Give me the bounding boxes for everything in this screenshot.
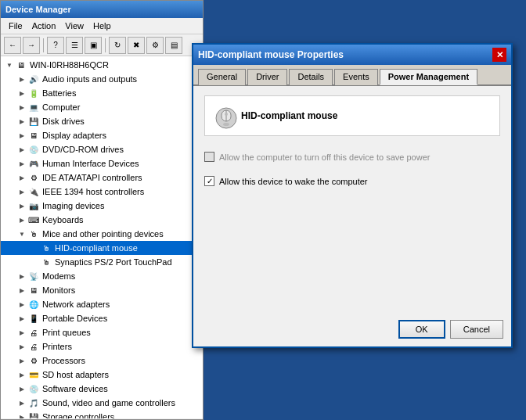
tree-item-mice[interactable]: ▼ 🖱 Mice and other pointing devices	[1, 227, 203, 241]
monitors-arrow: ▶	[16, 287, 27, 294]
tree-item-monitors[interactable]: ▶ 🖥 Monitors	[1, 283, 203, 297]
svg-point-4	[223, 123, 229, 126]
toolbar-btn-7[interactable]: ✖	[128, 37, 145, 54]
computer-label: Computer	[42, 102, 80, 112]
portable-icon: 📱	[27, 312, 40, 325]
tab-driver[interactable]: Driver	[247, 69, 287, 85]
root-icon: 🖥	[15, 59, 27, 71]
hid-arrow: ▶	[16, 160, 27, 167]
tree-root[interactable]: ▼ 🖥 WIN-I0RH88H6QCR	[1, 58, 203, 72]
toolbar-btn-3[interactable]: ?	[47, 37, 64, 54]
tree-item-sd[interactable]: ▶ 💳 SD host adapters	[1, 368, 203, 382]
turnoff-checkbox[interactable]	[204, 152, 214, 162]
sd-icon: 💳	[27, 368, 40, 381]
tree-item-batteries[interactable]: ▶ 🔋 Batteries	[1, 86, 203, 100]
dialog-close-button[interactable]: ✕	[492, 48, 506, 62]
tab-events[interactable]: Events	[334, 69, 378, 85]
sound-icon: 🎵	[27, 397, 40, 409]
tree-item-hid-mouse[interactable]: 🖱 HID-compliant mouse	[1, 241, 203, 255]
menu-file[interactable]: File	[4, 20, 27, 32]
imaging-arrow: ▶	[16, 203, 27, 210]
tree-item-computer[interactable]: ▶ 💻 Computer	[1, 100, 203, 114]
software-label: Software devices	[42, 384, 108, 393]
tree-item-modems[interactable]: ▶ 📡 Modems	[1, 269, 203, 283]
portable-arrow: ▶	[16, 315, 27, 322]
modems-icon: 📡	[27, 270, 40, 282]
tree-item-storage[interactable]: ▶ 💾 Storage controllers	[1, 410, 203, 418]
properties-dialog: HID-compliant mouse Properties ✕ General…	[192, 43, 513, 348]
tree-item-ieee[interactable]: ▶ 🔌 IEEE 1394 host controllers	[1, 185, 203, 199]
ok-button[interactable]: OK	[398, 320, 445, 339]
dialog-buttons: OK Cancel	[398, 320, 503, 339]
audio-arrow: ▶	[16, 76, 27, 83]
modems-arrow: ▶	[16, 273, 27, 280]
ide-label: IDE ATA/ATAPI controllers	[42, 173, 142, 182]
tree-item-imaging[interactable]: ▶ 📷 Imaging devices	[1, 199, 203, 213]
tree-item-sound[interactable]: ▶ 🎵 Sound, video and game controllers	[1, 396, 203, 410]
dvd-icon: 💿	[27, 143, 40, 156]
device-tree: ▼ 🖥 WIN-I0RH88H6QCR ▶ 🔊 Audio inputs and…	[1, 56, 203, 418]
toolbar-btn-9[interactable]: ▤	[165, 37, 182, 54]
toolbar-btn-8[interactable]: ⚙	[146, 37, 164, 54]
storage-label: Storage controllers	[42, 412, 114, 418]
synaptics-icon: 🖱	[40, 256, 52, 268]
imaging-label: Imaging devices	[42, 201, 105, 210]
network-arrow: ▶	[16, 301, 27, 308]
storage-icon: 💾	[27, 411, 40, 418]
processors-label: Processors	[42, 356, 85, 365]
display-label: Display adapters	[42, 131, 106, 140]
print-queues-icon: 🖨	[27, 326, 40, 339]
toolbar-btn-4[interactable]: ☰	[66, 37, 83, 54]
tree-item-processors[interactable]: ▶ ⚙ Processors	[1, 354, 203, 368]
dialog-content: HID-compliant mouse Allow the computer t…	[193, 86, 511, 313]
tree-item-audio[interactable]: ▶ 🔊 Audio inputs and outputs	[1, 72, 203, 86]
tree-item-keyboards[interactable]: ▶ ⌨ Keyboards	[1, 213, 203, 227]
tree-item-synaptics[interactable]: 🖱 Synaptics PS/2 Port TouchPad	[1, 255, 203, 269]
menu-action[interactable]: Action	[27, 20, 61, 32]
tree-item-ide[interactable]: ▶ ⚙ IDE ATA/ATAPI controllers	[1, 171, 203, 185]
wake-checkbox[interactable]	[204, 176, 214, 186]
tree-item-dvd[interactable]: ▶ 💿 DVD/CD-ROM drives	[1, 142, 203, 156]
tree-item-portable[interactable]: ▶ 📱 Portable Devices	[1, 311, 203, 325]
printers-arrow: ▶	[16, 343, 27, 350]
toolbar-btn-6[interactable]: ↻	[109, 37, 126, 54]
sound-label: Sound, video and game controllers	[42, 398, 175, 407]
processors-arrow: ▶	[16, 357, 27, 364]
wake-label: Allow this device to wake the computer	[219, 177, 368, 186]
storage-arrow: ▶	[16, 414, 27, 419]
hid-label: Human Interface Devices	[42, 159, 139, 168]
menu-view[interactable]: View	[60, 20, 88, 32]
tree-item-network[interactable]: ▶ 🌐 Network adapters	[1, 297, 203, 311]
audio-icon: 🔊	[27, 73, 40, 85]
menu-bar: File Action View Help	[1, 18, 203, 34]
sd-arrow: ▶	[16, 372, 27, 379]
mice-label: Mice and other pointing devices	[42, 229, 164, 239]
device-manager-titlebar: Device Manager	[1, 1, 203, 18]
tab-power-management[interactable]: Power Management	[380, 69, 477, 85]
tab-general[interactable]: General	[198, 69, 246, 85]
batteries-arrow: ▶	[16, 90, 27, 97]
tree-item-hid[interactable]: ▶ 🎮 Human Interface Devices	[1, 156, 203, 171]
toolbar-btn-5[interactable]: ▣	[85, 37, 102, 54]
toolbar-btn-1[interactable]: ←	[4, 37, 21, 54]
audio-label: Audio inputs and outputs	[42, 74, 137, 84]
tree-item-disk[interactable]: ▶ 💾 Disk drives	[1, 114, 203, 128]
menu-help[interactable]: Help	[88, 20, 116, 32]
computer-icon: 💻	[27, 101, 40, 113]
dvd-arrow: ▶	[16, 146, 27, 153]
network-icon: 🌐	[27, 298, 40, 311]
processors-icon: ⚙	[27, 354, 40, 367]
cancel-button[interactable]: Cancel	[450, 320, 503, 339]
tree-item-print-queues[interactable]: ▶ 🖨 Print queues	[1, 325, 203, 339]
synaptics-label: Synaptics PS/2 Port TouchPad	[55, 257, 172, 267]
printers-icon: 🖨	[27, 340, 40, 353]
root-arrow: ▼	[4, 62, 15, 69]
tree-item-printers[interactable]: ▶ 🖨 Printers	[1, 339, 203, 354]
tree-item-software[interactable]: ▶ 💿 Software devices	[1, 382, 203, 396]
tree-item-display[interactable]: ▶ 🖥 Display adapters	[1, 128, 203, 142]
monitors-label: Monitors	[42, 285, 75, 295]
toolbar-btn-2[interactable]: →	[23, 37, 40, 54]
option-wake-row: Allow this device to wake the computer	[204, 173, 500, 189]
tab-details[interactable]: Details	[289, 69, 333, 85]
dialog-title: HID-compliant mouse Properties	[198, 49, 344, 60]
